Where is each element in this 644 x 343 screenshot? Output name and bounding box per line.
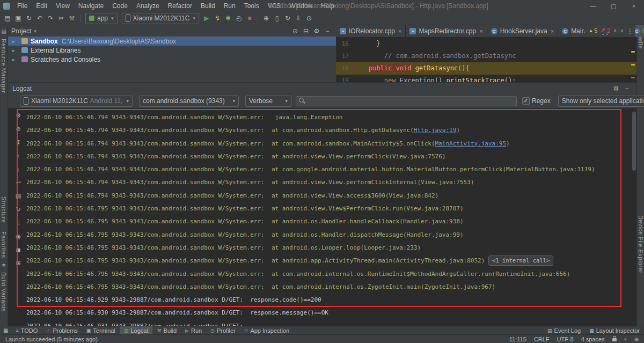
menu-code[interactable]: Code: [108, 0, 132, 12]
readonly-lock-icon[interactable]: [612, 338, 617, 341]
clear-logcat-icon[interactable]: ⊘: [14, 125, 23, 133]
redo-icon[interactable]: ↷: [45, 13, 56, 24]
down-stack-trace-icon[interactable]: ↓: [14, 165, 23, 173]
run-config-combo[interactable]: app ▾: [85, 13, 118, 24]
update-status-icon[interactable]: ●: [624, 337, 627, 342]
sdk-manager-icon[interactable]: ⇩: [293, 13, 304, 24]
toolwindow-favorites[interactable]: Favorites: [1, 231, 7, 258]
toolwindow-resource-manager[interactable]: Resource Manager: [1, 39, 7, 93]
select-opened-file-icon[interactable]: ⊙: [290, 26, 301, 37]
logcat-level-combo[interactable]: Verbose ▾: [245, 96, 291, 107]
print-icon[interactable]: ▤: [14, 192, 23, 200]
favorites-star-icon[interactable]: ★: [2, 262, 6, 268]
logcat-filter-combo[interactable]: Show only selected application ▾: [558, 96, 644, 107]
cut-icon[interactable]: ✂: [56, 13, 67, 24]
up-stack-trace-icon[interactable]: ↑: [14, 151, 23, 160]
menu-tools[interactable]: Tools: [240, 0, 264, 12]
logcat-settings-icon[interactable]: ⚙: [611, 83, 621, 94]
chevron-right-icon[interactable]: ▸: [12, 39, 19, 44]
indent-style[interactable]: 4 spaces: [581, 336, 605, 342]
toolwindow-device-file-explorer[interactable]: Device File Explorer: [638, 215, 644, 273]
toolwindow-structure[interactable]: Structure: [1, 196, 7, 223]
logcat-search-input[interactable]: [308, 97, 514, 105]
hide-panel-icon[interactable]: −: [322, 26, 333, 37]
open-icon[interactable]: ▤: [2, 13, 13, 24]
menu-build[interactable]: Build: [196, 0, 219, 12]
regex-checkbox[interactable]: ✓ Regex: [522, 97, 551, 105]
tree-item-scratches[interactable]: ▸Scratches and Consoles: [8, 55, 336, 64]
restart-icon[interactable]: ↻: [14, 205, 23, 214]
menu-refactor[interactable]: Refactor: [164, 0, 196, 12]
menu-edit[interactable]: Edit: [32, 0, 52, 12]
toolwindow-button-event-log[interactable]: ▤Event Log: [543, 326, 585, 334]
tab-mapsredirector-cpp[interactable]: +MapsRedirector.cpp×: [406, 25, 487, 37]
logcat-settings-icon[interactable]: ⚙: [14, 111, 23, 120]
inspection-warnings[interactable]: ▲ 5: [588, 27, 597, 34]
sync-icon[interactable]: ↻: [24, 13, 34, 24]
error-stripe-mark[interactable]: [631, 64, 635, 65]
sync-project-gradle-icon[interactable]: ↻: [282, 13, 293, 24]
next-problem-icon[interactable]: ∨: [620, 28, 624, 33]
menu-analyze[interactable]: Analyze: [132, 0, 164, 12]
build-hammer-icon[interactable]: ⚒: [67, 13, 77, 24]
tab-hookserver-java[interactable]: CHookServer.java×: [487, 25, 558, 37]
hide-logcat-icon[interactable]: −: [621, 83, 632, 94]
screenshot-icon[interactable]: ◉: [14, 232, 23, 240]
project-panel-title[interactable]: Project ▾: [11, 27, 36, 35]
panel-settings-icon[interactable]: ⚙: [311, 26, 322, 37]
stacktrace-link[interactable]: MainActivity.java:95: [435, 140, 506, 147]
toolwindow-button-problems[interactable]: ⚠Problems: [42, 326, 82, 334]
toolwindow-button-todo[interactable]: ≡TODO: [11, 326, 42, 334]
tree-item-sandbox-root[interactable]: ▸SandboxC:\Users\Baixiong\Desktop\AS\San…: [8, 37, 336, 46]
toolwindow-button-profiler[interactable]: ◴Profiler: [206, 326, 240, 334]
logcat-header-icon[interactable]: ≡: [14, 218, 23, 227]
error-stripe-mark[interactable]: [631, 51, 635, 53]
run-icon[interactable]: ▶: [201, 13, 212, 24]
minimize-icon[interactable]: —: [583, 0, 603, 12]
toolwindow-button-run[interactable]: ▶Run: [181, 326, 206, 334]
notifications-bell-icon[interactable]: ◉: [634, 337, 639, 342]
stop-icon[interactable]: ■: [244, 13, 255, 24]
logcat-process-combo[interactable]: com.android.sandbox (9343) ▾: [139, 96, 239, 107]
scroll-to-end-icon[interactable]: ↧: [14, 138, 23, 147]
attach-debugger-icon[interactable]: ⊕: [261, 13, 272, 24]
menu-file[interactable]: File: [13, 0, 32, 12]
error-stripe-mark[interactable]: [631, 77, 635, 78]
line-number[interactable]: 16: [336, 38, 353, 50]
tree-item-external-libraries[interactable]: ▸External Libraries: [8, 46, 336, 55]
debug-icon[interactable]: ✱: [223, 13, 233, 24]
menu-navigate[interactable]: Navigate: [74, 0, 108, 12]
line-separator[interactable]: CRLF: [534, 336, 550, 342]
file-encoding[interactable]: UTF-8: [557, 336, 574, 342]
project-toolwindow-icon[interactable]: ▤: [1, 28, 6, 34]
close-icon[interactable]: ×: [624, 0, 644, 12]
toolwindow-button-terminal[interactable]: ▣Terminal: [82, 326, 120, 334]
collapse-all-icon[interactable]: ⊟: [301, 26, 311, 37]
stacktrace-link[interactable]: Http.java:19: [414, 127, 456, 134]
caret-position[interactable]: 11:115: [509, 336, 526, 342]
toolwindow-button-app-inspection[interactable]: ⊙App Inspection: [240, 326, 294, 334]
line-number[interactable]: 19: [336, 75, 353, 82]
maximize-icon[interactable]: ▢: [603, 0, 624, 12]
tab-close-icon[interactable]: ×: [398, 28, 401, 34]
inspection-errors[interactable]: ✗ 2: [601, 27, 610, 34]
toolwindow-button-layout-inspector[interactable]: ▦Layout Inspector: [585, 326, 644, 334]
chevron-right-icon[interactable]: ▸: [12, 57, 19, 62]
chevron-right-icon[interactable]: ▸: [12, 48, 19, 53]
search-everywhere-icon[interactable]: ⊙: [304, 13, 314, 24]
logcat-scrollbar-thumb[interactable]: [632, 112, 636, 171]
device-combo[interactable]: Xiaomi M2012K11C ▾: [122, 13, 199, 24]
toolwindow-switcher-icon[interactable]: ▦: [0, 327, 11, 333]
soft-wrap-icon[interactable]: ↩: [14, 178, 23, 187]
expand-all-icon[interactable]: ⊞: [14, 259, 23, 267]
device-manager-icon[interactable]: ▯: [272, 13, 282, 24]
menu-view[interactable]: View: [52, 0, 74, 12]
menu-run[interactable]: Run: [219, 0, 240, 12]
tab-close-icon[interactable]: ×: [479, 28, 482, 34]
breakpoint-icon[interactable]: [350, 66, 355, 71]
tab-iorelocator-cpp[interactable]: +IORelocator.cpp×: [336, 25, 406, 37]
previous-problem-icon[interactable]: ∧: [613, 28, 617, 33]
apply-changes-icon[interactable]: ↯: [212, 13, 223, 24]
toolwindow-button-build[interactable]: ⚒Build: [152, 326, 181, 334]
toolwindow-build-variants[interactable]: Build Variants: [1, 272, 7, 312]
